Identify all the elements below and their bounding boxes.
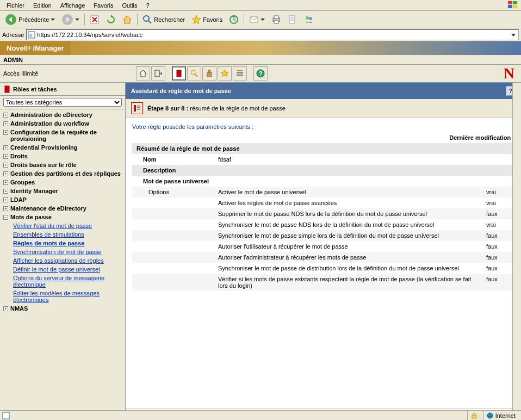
roles-nav-button[interactable] (172, 66, 186, 81)
menu-affichage[interactable]: Affichage (56, 1, 90, 10)
sidebar-item-label: Configuration de la requête de provision… (10, 129, 122, 142)
list-nav-button[interactable] (233, 66, 247, 81)
chevron-down-icon[interactable] (510, 31, 517, 39)
print-button[interactable] (269, 13, 284, 26)
history-icon (229, 15, 239, 24)
exit-nav-button[interactable] (151, 66, 165, 81)
sidebar-tree: +Administration de eDirectory+Administra… (0, 109, 125, 314)
sidebar-item[interactable]: +Credential Provisioning (0, 143, 125, 152)
menu-favoris[interactable]: Favoris (89, 1, 117, 10)
vertical-scrollbar[interactable] (512, 83, 521, 420)
sidebar-item-label: Gestion des partitions et des répliques (10, 170, 122, 177)
mail-button[interactable] (246, 13, 268, 26)
expand-icon[interactable]: + (3, 145, 8, 150)
zone-panel: Internet (483, 411, 519, 420)
svg-point-18 (306, 16, 309, 20)
expand-icon[interactable]: + (3, 130, 8, 135)
home-button[interactable] (120, 13, 135, 26)
search-icon (142, 15, 152, 24)
edit-button[interactable] (285, 13, 300, 26)
sidebar-link[interactable]: Ensembles de stimulations (13, 230, 125, 239)
menu-outils[interactable]: Outils (117, 1, 141, 10)
sidebar-item[interactable]: +Droits basés sur le rôle (0, 160, 125, 169)
stop-button[interactable] (87, 13, 102, 26)
option-text: Autoriser l'utilisateur à récupérer le m… (214, 241, 482, 252)
sidebar-link[interactable]: Définir le mot de passe universel (13, 265, 125, 274)
admin-row: ADMIN (0, 55, 521, 65)
address-input[interactable] (37, 32, 508, 38)
expand-icon[interactable]: + (3, 180, 8, 185)
search-button[interactable]: Rechercher (140, 13, 188, 26)
sidebar-link[interactable]: Vérifier l'état du mot de passe (13, 221, 125, 230)
messenger-button[interactable] (301, 13, 317, 26)
sidebar-item-label: Identity Manager (10, 188, 122, 194)
menu-fichier[interactable]: Fichier (2, 1, 29, 10)
sidebar-link[interactable]: Afficher les assignations de règles (13, 256, 125, 265)
sidebar-item[interactable]: +Administration du workflow (0, 119, 125, 128)
expand-icon[interactable]: + (3, 154, 8, 159)
help-nav-button[interactable]: ? (253, 66, 268, 81)
expand-icon[interactable]: + (3, 171, 8, 176)
expand-icon[interactable]: + (3, 163, 8, 168)
svg-rect-26 (207, 72, 212, 77)
admin-label: ADMIN (3, 57, 23, 63)
product-name: iManager (33, 44, 64, 52)
sidebar-header: Rôles et tâches (0, 83, 125, 96)
sidebar-link[interactable]: Options du serveur de messagerie électro… (13, 274, 125, 289)
sidebar-item[interactable]: +Maintenance de eDirectory (0, 204, 125, 213)
expand-icon[interactable]: + (3, 121, 8, 126)
expand-icon[interactable]: + (3, 206, 8, 211)
sidebar-item[interactable]: +Identity Manager (0, 187, 125, 195)
page-icon (2, 412, 10, 419)
collapse-icon[interactable]: − (3, 215, 8, 220)
messenger-icon (304, 15, 314, 24)
chevron-down-icon (260, 17, 265, 22)
address-input-wrapper[interactable]: e (26, 29, 519, 40)
sidebar-item[interactable]: +Gestion des partitions et des répliques (0, 169, 125, 178)
sidebar-item[interactable]: +NMAS (0, 304, 125, 313)
refresh-icon (106, 15, 116, 24)
expand-icon[interactable]: + (3, 306, 8, 311)
sidebar-item-label: NMAS (10, 305, 122, 312)
history-button[interactable] (226, 13, 241, 26)
menu-help[interactable]: ? (142, 1, 154, 10)
favorites-button[interactable]: Favoris (189, 13, 225, 26)
menu-edition[interactable]: Edition (29, 1, 56, 10)
option-label-cell (132, 252, 214, 263)
forward-button[interactable] (59, 13, 82, 26)
expand-icon[interactable]: + (3, 197, 8, 202)
sidebar-link[interactable]: Règles de mots de passe (13, 239, 125, 248)
svg-rect-35 (134, 105, 136, 112)
sidebar-item[interactable]: +Groupes (0, 178, 125, 187)
expand-icon[interactable]: + (3, 189, 8, 194)
params-intro: Votre règle possède les paramètres suiva… (132, 123, 514, 130)
sidebar-item[interactable]: +Droits (0, 152, 125, 160)
search-label: Rechercher (154, 16, 185, 23)
option-text: Synchroniser le mot de passe de distribu… (214, 263, 482, 274)
roles-icon (175, 69, 183, 78)
category-select[interactable]: Toutes les catégories (3, 98, 122, 107)
star-icon (191, 15, 201, 24)
svg-rect-23 (177, 70, 181, 77)
forward-icon (61, 14, 73, 26)
refresh-button[interactable] (103, 13, 119, 26)
option-value: faux (482, 208, 514, 219)
option-text: Synchroniser le mot de passe simple lors… (214, 230, 482, 241)
sidebar-link[interactable]: Éditer les modèles de messages électroni… (13, 289, 125, 304)
sidebar-item[interactable]: +Configuration de la requête de provisio… (0, 128, 125, 143)
sidebar-link[interactable]: Synchronisation de mot de passe (13, 248, 125, 256)
favorites-nav-button[interactable] (218, 66, 232, 81)
view-nav-button[interactable] (187, 66, 201, 81)
sidebar-item[interactable]: +Administration de eDirectory (0, 110, 125, 119)
svg-rect-1 (513, 1, 517, 4)
sidebar-submenu: Vérifier l'état du mot de passeEnsembles… (0, 221, 125, 304)
address-label: Adresse (2, 32, 24, 38)
home-nav-button[interactable] (136, 66, 150, 81)
expand-icon[interactable]: + (3, 113, 8, 118)
configure-nav-button[interactable] (202, 66, 216, 81)
sidebar-item[interactable]: −Mots de passe (0, 213, 125, 221)
sidebar-item-label: Administration du workflow (10, 120, 122, 127)
back-button[interactable]: Précédente (2, 13, 58, 26)
option-row: Activer les règles de mot de passe avanc… (132, 197, 514, 208)
sidebar-item[interactable]: +LDAP (0, 195, 125, 204)
